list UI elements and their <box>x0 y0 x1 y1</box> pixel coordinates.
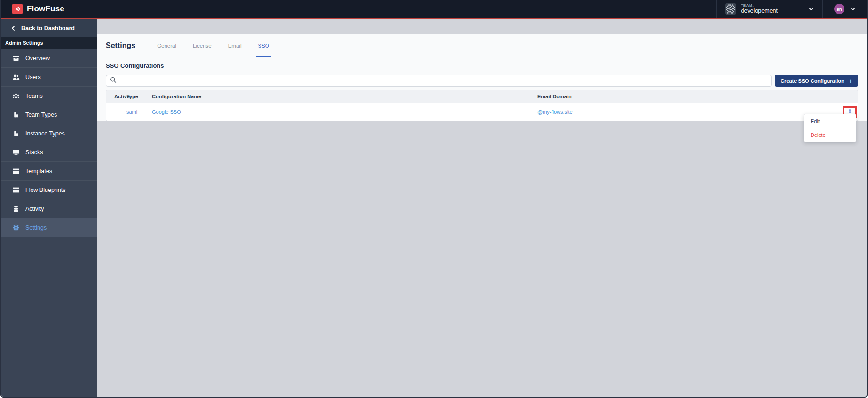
monitor-icon <box>12 149 20 156</box>
sidebar-item-team-types[interactable]: Team Types <box>1 105 97 124</box>
sidebar-item-label: Settings <box>25 224 47 231</box>
back-label: Back to Dashboard <box>21 25 75 32</box>
back-to-dashboard[interactable]: Back to Dashboard <box>1 19 97 37</box>
flowfuse-logo-icon <box>12 4 23 14</box>
team-avatar-icon <box>725 3 736 15</box>
users-icon <box>12 73 20 81</box>
sidebar-item-templates[interactable]: Templates <box>1 162 97 181</box>
sidebar-item-label: Activity <box>25 206 44 212</box>
gear-icon <box>12 224 20 231</box>
top-navbar: FlowFuse <box>1 0 867 18</box>
sidebar-item-activity[interactable]: Activity <box>1 199 97 218</box>
navbar-right: TEAM: developement sh <box>716 0 860 18</box>
sidebar-item-label: Overview <box>25 55 50 62</box>
create-sso-configuration-button[interactable]: Create SSO Configuration + <box>775 75 858 87</box>
table-row: saml Google SSO @my-flows.site <box>106 103 858 121</box>
template-icon <box>12 186 20 194</box>
user-avatar: sh <box>834 4 844 14</box>
column-header-active: Active <box>106 94 126 99</box>
menu-item-edit[interactable]: Edit <box>804 114 856 128</box>
brand-name: FlowFuse <box>27 4 64 14</box>
team-caption: TEAM: <box>741 3 778 8</box>
toolbar: Create SSO Configuration + <box>106 75 858 87</box>
chevron-down-icon <box>850 7 856 11</box>
main-content: Settings General License Email SSO SSO C… <box>97 19 867 398</box>
table-header-row: Active Type Configuration Name Email Dom… <box>106 90 858 103</box>
team-selector[interactable]: TEAM: developement <box>717 0 822 18</box>
plus-icon: + <box>849 78 852 84</box>
sidebar-item-settings[interactable]: Settings <box>1 218 97 237</box>
sidebar-item-users[interactable]: Users <box>1 68 97 87</box>
search-input[interactable] <box>119 78 767 84</box>
column-header-configuration-name: Configuration Name <box>152 94 537 99</box>
sidebar-item-label: Stacks <box>25 149 43 156</box>
search-icon <box>110 77 117 85</box>
user-menu[interactable]: sh <box>823 0 860 18</box>
column-header-email-domain: Email Domain <box>537 94 831 99</box>
sidebar-item-label: Team Types <box>25 111 57 118</box>
template-icon <box>12 167 20 175</box>
sidebar-item-overview[interactable]: Overview <box>1 49 97 68</box>
row-context-menu: Edit Delete <box>804 114 856 142</box>
database-icon <box>12 205 20 213</box>
sidebar-item-label: Teams <box>25 93 43 99</box>
overview-icon <box>12 55 20 62</box>
tab-sso[interactable]: SSO <box>256 34 271 57</box>
brand[interactable]: FlowFuse <box>12 4 64 14</box>
chevron-left-icon <box>11 25 15 31</box>
sidebar-item-instance-types[interactable]: Instance Types <box>1 124 97 143</box>
page-title: Settings <box>106 41 135 50</box>
admin-sidebar: Back to Dashboard Admin Settings Overvie… <box>1 19 97 398</box>
chevron-down-icon <box>808 7 814 11</box>
sidebar-item-teams[interactable]: Teams <box>1 87 97 105</box>
teams-icon <box>12 92 20 100</box>
search-box <box>106 75 772 87</box>
tab-email[interactable]: Email <box>226 34 244 57</box>
sidebar-item-flow-blueprints[interactable]: Flow Blueprints <box>1 181 97 199</box>
cell-configuration-name-link[interactable]: Google SSO <box>152 109 537 115</box>
settings-panel: Settings General License Email SSO SSO C… <box>97 34 867 121</box>
team-name: developement <box>741 8 778 14</box>
create-button-label: Create SSO Configuration <box>781 78 844 84</box>
app-window: FlowFuse <box>0 0 868 398</box>
cell-type-link[interactable]: saml <box>126 109 152 115</box>
sidebar-item-stacks[interactable]: Stacks <box>1 143 97 162</box>
column-header-type: Type <box>126 94 152 99</box>
sidebar-item-label: Flow Blueprints <box>25 187 65 193</box>
section-title: SSO Configurations <box>106 62 858 69</box>
menu-item-delete[interactable]: Delete <box>804 128 856 142</box>
sidebar-item-label: Templates <box>25 168 52 175</box>
sidebar-item-label: Users <box>25 74 41 80</box>
sso-configurations-table: Active Type Configuration Name Email Dom… <box>106 90 858 121</box>
sidebar-item-label: Instance Types <box>25 130 65 137</box>
tabs-row: Settings General License Email SSO <box>106 34 858 57</box>
tab-license[interactable]: License <box>191 34 213 57</box>
sidebar-section-label: Admin Settings <box>1 37 97 49</box>
chart-icon <box>12 130 20 137</box>
cell-email-domain-link[interactable]: @my-flows.site <box>537 109 831 115</box>
chart-icon <box>12 111 20 119</box>
tab-general[interactable]: General <box>155 34 178 57</box>
